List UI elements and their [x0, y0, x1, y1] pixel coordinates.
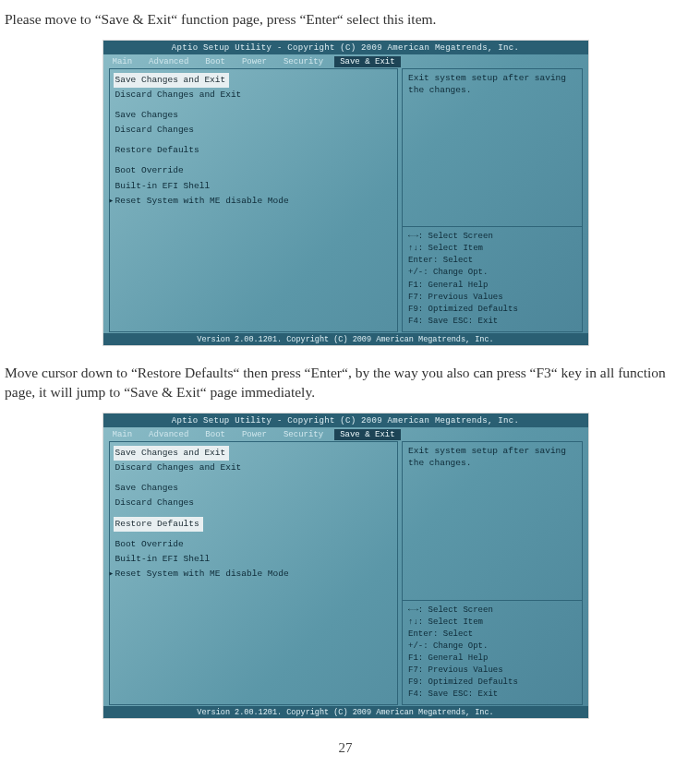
bios-footer: Version 2.00.1201. Copyright (C) 2009 Am…	[103, 333, 588, 345]
menu-efi-shell[interactable]: Built-in EFI Shell	[115, 554, 211, 564]
menu-boot-override[interactable]: Boot Override	[115, 165, 184, 175]
help-line: ←→: Select Screen	[408, 605, 576, 617]
menu-save-changes-exit[interactable]: Save Changes and Exit	[114, 446, 230, 461]
help-line: Enter: Select	[408, 629, 576, 641]
menu-save-changes[interactable]: Save Changes	[115, 483, 178, 493]
help-line: F7: Previous Values	[408, 292, 576, 304]
menu-discard-changes-exit[interactable]: Discard Changes and Exit	[115, 90, 242, 100]
page-number: 27	[5, 740, 686, 756]
bios-item-description: Exit system setup after saving the chang…	[408, 73, 576, 156]
menu-save-changes[interactable]: Save Changes	[115, 110, 178, 120]
tab-main[interactable]: Main	[107, 56, 139, 67]
bios-screenshot-1-container: Aptio Setup Utility - Copyright (C) 2009…	[5, 41, 686, 349]
menu-reset-me[interactable]: ▸Reset System with ME disable Mode	[115, 196, 289, 206]
help-line: ←→: Select Screen	[408, 231, 576, 243]
help-line: +/-: Change Opt.	[408, 267, 576, 279]
tab-advanced[interactable]: Advanced	[143, 429, 194, 440]
menu-discard-changes[interactable]: Discard Changes	[115, 497, 195, 508]
tab-boot[interactable]: Boot	[199, 429, 231, 440]
tab-boot[interactable]: Boot	[199, 56, 231, 67]
menu-discard-changes-exit[interactable]: Discard Changes and Exit	[115, 462, 242, 473]
bios-title: Aptio Setup Utility - Copyright (C) 2009…	[103, 413, 588, 427]
menu-discard-changes[interactable]: Discard Changes	[115, 125, 195, 135]
tab-power[interactable]: Power	[236, 429, 272, 440]
tab-security[interactable]: Security	[278, 429, 329, 440]
bios-key-help: ←→: Select Screen ↑↓: Select Item Enter:…	[408, 605, 576, 701]
tab-power[interactable]: Power	[236, 56, 272, 67]
menu-reset-me-label: Reset System with ME disable Mode	[115, 196, 289, 206]
tab-save-exit[interactable]: Save & Exit	[334, 429, 400, 440]
menu-boot-override[interactable]: Boot Override	[115, 539, 184, 549]
bios-key-help: ←→: Select Screen ↑↓: Select Item Enter:…	[408, 231, 576, 327]
tab-advanced[interactable]: Advanced	[143, 56, 194, 67]
bios-left-panel: Save Changes and Exit Discard Changes an…	[109, 441, 398, 705]
tab-save-exit[interactable]: Save & Exit	[334, 56, 400, 67]
triangle-right-icon: ▸	[109, 194, 115, 209]
help-line: Enter: Select	[408, 255, 576, 267]
menu-restore-defaults[interactable]: Restore Defaults	[115, 145, 199, 155]
menu-reset-me-label: Reset System with ME disable Mode	[115, 569, 289, 579]
instruction-1: Please move to “Save & Exit“ function pa…	[5, 9, 686, 30]
help-line: F7: Previous Values	[408, 665, 576, 677]
bios-title: Aptio Setup Utility - Copyright (C) 2009…	[103, 41, 588, 54]
tab-main[interactable]: Main	[107, 429, 139, 440]
menu-efi-shell[interactable]: Built-in EFI Shell	[115, 181, 211, 191]
help-line: F9: Optimized Defaults	[408, 677, 576, 689]
instruction-2: Move cursor down to “Restore Defaults“ t…	[5, 363, 686, 402]
bios-screenshot-2: Aptio Setup Utility - Copyright (C) 2009…	[103, 413, 588, 718]
help-line: ↑↓: Select Item	[408, 617, 576, 629]
bios-right-panel: Exit system setup after saving the chang…	[402, 441, 583, 705]
help-line: F9: Optimized Defaults	[408, 304, 576, 316]
help-line: +/-: Change Opt.	[408, 641, 576, 653]
triangle-right-icon: ▸	[109, 567, 115, 581]
bios-left-panel: Save Changes and Exit Discard Changes an…	[109, 68, 398, 332]
bios-screenshot-1: Aptio Setup Utility - Copyright (C) 2009…	[103, 41, 588, 345]
menu-reset-me[interactable]: ▸Reset System with ME disable Mode	[115, 569, 289, 579]
help-line: F4: Save ESC: Exit	[408, 316, 576, 328]
bios-footer: Version 2.00.1201. Copyright (C) 2009 Am…	[103, 706, 588, 718]
help-line: F4: Save ESC: Exit	[408, 689, 576, 701]
bios-screenshot-2-container: Aptio Setup Utility - Copyright (C) 2009…	[5, 413, 686, 722]
menu-restore-defaults[interactable]: Restore Defaults	[114, 517, 203, 532]
help-line: F1: General Help	[408, 653, 576, 665]
help-line: ↑↓: Select Item	[408, 243, 576, 255]
tab-security[interactable]: Security	[278, 56, 329, 67]
bios-item-description: Exit system setup after saving the chang…	[408, 446, 576, 529]
help-line: F1: General Help	[408, 280, 576, 292]
bios-right-panel: Exit system setup after saving the chang…	[402, 68, 583, 332]
menu-save-changes-exit[interactable]: Save Changes and Exit	[114, 73, 230, 88]
